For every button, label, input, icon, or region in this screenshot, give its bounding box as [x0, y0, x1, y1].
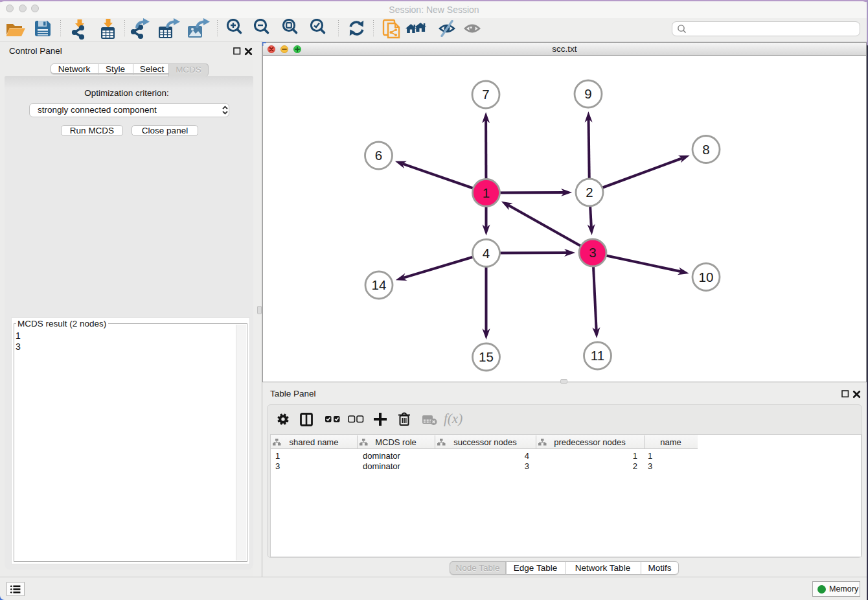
- svg-text:8: 8: [702, 142, 709, 157]
- svg-text:11: 11: [591, 348, 604, 363]
- svg-text:2: 2: [586, 185, 593, 200]
- svg-text:10: 10: [699, 270, 714, 284]
- svg-text:9: 9: [584, 86, 591, 101]
- svg-text:6: 6: [375, 148, 382, 163]
- svg-text:1: 1: [483, 185, 490, 200]
- svg-text:7: 7: [482, 87, 489, 102]
- svg-text:4: 4: [483, 246, 490, 260]
- svg-text:14: 14: [372, 277, 387, 292]
- svg-text:15: 15: [479, 349, 494, 364]
- svg-text:3: 3: [589, 245, 596, 260]
